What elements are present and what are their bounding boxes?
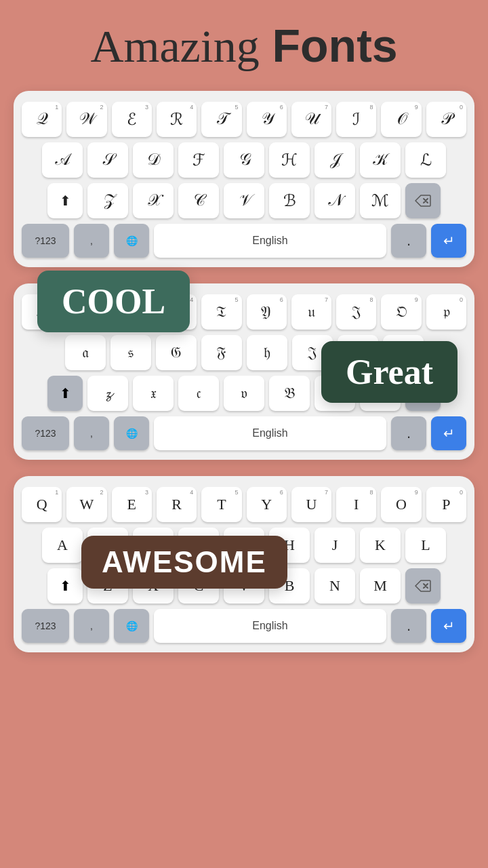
comma-key-1[interactable]: , [74, 224, 109, 258]
dot-key-1[interactable]: . [391, 224, 426, 258]
key-k[interactable]: 𝒦 [360, 142, 401, 178]
key2-q[interactable]: 1𝔔 [22, 294, 62, 330]
space-key-1[interactable]: English [154, 224, 386, 258]
key-y[interactable]: 6𝒴 [247, 102, 287, 137]
key3-b[interactable]: B [269, 568, 310, 604]
dot-key-2[interactable]: . [391, 416, 426, 450]
key-m[interactable]: ℳ [360, 183, 401, 218]
globe-key-1[interactable]: 🌐 [114, 224, 149, 258]
delete-key-3[interactable] [405, 568, 441, 604]
key3-g[interactable]: G [224, 528, 264, 563]
key3-o[interactable]: 9O [381, 487, 421, 522]
key-a[interactable]: 𝒜 [42, 142, 83, 178]
key3-c[interactable]: C [178, 568, 219, 604]
num-key-1[interactable]: ?123 [22, 224, 69, 258]
globe-key-3[interactable]: 🌐 [114, 609, 149, 643]
key3-y[interactable]: 6Y [247, 487, 287, 522]
enter-key-3[interactable]: ↵ [431, 609, 466, 643]
key3-h[interactable]: H [269, 528, 310, 563]
key2-t[interactable]: 5𝔗 [201, 294, 241, 330]
key2-y[interactable]: 6𝔜 [247, 294, 287, 330]
key-e[interactable]: 3ℰ [112, 102, 152, 137]
key-n[interactable]: 𝒩 [314, 183, 355, 218]
num-key-2[interactable]: ?123 [22, 416, 69, 450]
key2-l[interactable]: 𝔏 [383, 335, 424, 370]
key3-d[interactable]: D [133, 528, 174, 563]
key2-m[interactable]: 𝔪 [360, 376, 401, 411]
key2-z[interactable]: 𝔃 [87, 376, 128, 411]
key3-k[interactable]: K [360, 528, 401, 563]
key2-n[interactable]: 𝔫 [314, 376, 355, 411]
key2-p[interactable]: 0𝔭 [426, 294, 466, 330]
key3-m[interactable]: M [360, 568, 401, 604]
key-q[interactable]: 1𝒬 [22, 102, 62, 137]
key-l[interactable]: ℒ [405, 142, 446, 178]
key2-w[interactable]: 2𝔚 [66, 294, 106, 330]
key3-r[interactable]: 4R [157, 487, 197, 522]
key-f[interactable]: ℱ [178, 142, 219, 178]
key3-a[interactable]: A [42, 528, 83, 563]
delete-key-1[interactable] [405, 183, 441, 218]
key2-i[interactable]: 8𝔍 [336, 294, 376, 330]
comma-key-2[interactable]: , [74, 416, 109, 450]
key-o[interactable]: 9𝒪 [381, 102, 421, 137]
shift-key-3[interactable]: ⬆ [47, 568, 83, 604]
key3-s[interactable]: S [87, 528, 128, 563]
key2-e[interactable]: 3𝔈 [112, 294, 152, 330]
key2-v[interactable]: 𝔳 [224, 376, 264, 411]
globe-key-2[interactable]: 🌐 [114, 416, 149, 450]
key-u[interactable]: 7𝒰 [291, 102, 331, 137]
key-d[interactable]: 𝒟 [133, 142, 174, 178]
key2-g[interactable]: 𝔊 [156, 335, 197, 370]
key2-o[interactable]: 9𝔒 [381, 294, 421, 330]
key3-j[interactable]: J [314, 528, 355, 563]
key2-s[interactable]: 𝔰 [110, 335, 151, 370]
shift-key-1[interactable]: ⬆ [47, 183, 83, 218]
key-h[interactable]: ℋ [269, 142, 310, 178]
key-p[interactable]: 0𝒫 [426, 102, 466, 137]
key3-i[interactable]: 8I [336, 487, 376, 522]
key-x[interactable]: 𝒳 [133, 183, 174, 218]
key-b[interactable]: ℬ [269, 183, 310, 218]
comma-key-3[interactable]: , [74, 609, 109, 643]
key3-z[interactable]: Z [87, 568, 128, 604]
key2-u[interactable]: 7𝔲 [291, 294, 331, 330]
key3-p[interactable]: 0P [426, 487, 466, 522]
key3-n[interactable]: N [314, 568, 355, 604]
key3-w[interactable]: 2W [66, 487, 106, 522]
key-w[interactable]: 2𝒲 [66, 102, 106, 137]
num-key-3[interactable]: ?123 [22, 609, 69, 643]
key2-h[interactable]: 𝔥 [247, 335, 287, 370]
key3-x[interactable]: X [133, 568, 174, 604]
dot-key-3[interactable]: . [391, 609, 426, 643]
key3-l[interactable]: L [405, 528, 446, 563]
space-key-3[interactable]: English [154, 609, 386, 643]
shift-key-2[interactable]: ⬆ [47, 376, 83, 411]
key2-j[interactable]: 𝔍 [292, 335, 333, 370]
key-z[interactable]: 𝒵 [87, 183, 128, 218]
key3-f[interactable]: F [178, 528, 219, 563]
key-g[interactable]: 𝒢 [224, 142, 264, 178]
key2-x[interactable]: 𝔵 [133, 376, 174, 411]
key2-f[interactable]: 𝔉 [201, 335, 242, 370]
enter-key-1[interactable]: ↵ [431, 224, 466, 258]
key2-b[interactable]: 𝔅 [269, 376, 310, 411]
delete-key-2[interactable] [405, 376, 441, 411]
key3-e[interactable]: 3E [112, 487, 152, 522]
enter-key-2[interactable]: ↵ [431, 416, 466, 450]
key-v[interactable]: 𝒱 [224, 183, 264, 218]
key-t[interactable]: 5𝒯 [201, 102, 241, 137]
key-s[interactable]: 𝒮 [87, 142, 128, 178]
key-i[interactable]: 8ℐ [336, 102, 376, 137]
key2-k[interactable]: 𝔎 [338, 335, 378, 370]
key3-t[interactable]: 5T [201, 487, 241, 522]
space-key-2[interactable]: English [154, 416, 386, 450]
key3-q[interactable]: 1Q [22, 487, 62, 522]
key2-c[interactable]: 𝔠 [178, 376, 219, 411]
key2-a[interactable]: 𝔞 [65, 335, 106, 370]
key-c[interactable]: 𝒞 [178, 183, 219, 218]
key2-r[interactable]: 4𝔯 [157, 294, 197, 330]
key3-u[interactable]: 7U [291, 487, 331, 522]
key-j[interactable]: 𝒥 [314, 142, 355, 178]
key-r[interactable]: 4ℛ [157, 102, 197, 137]
